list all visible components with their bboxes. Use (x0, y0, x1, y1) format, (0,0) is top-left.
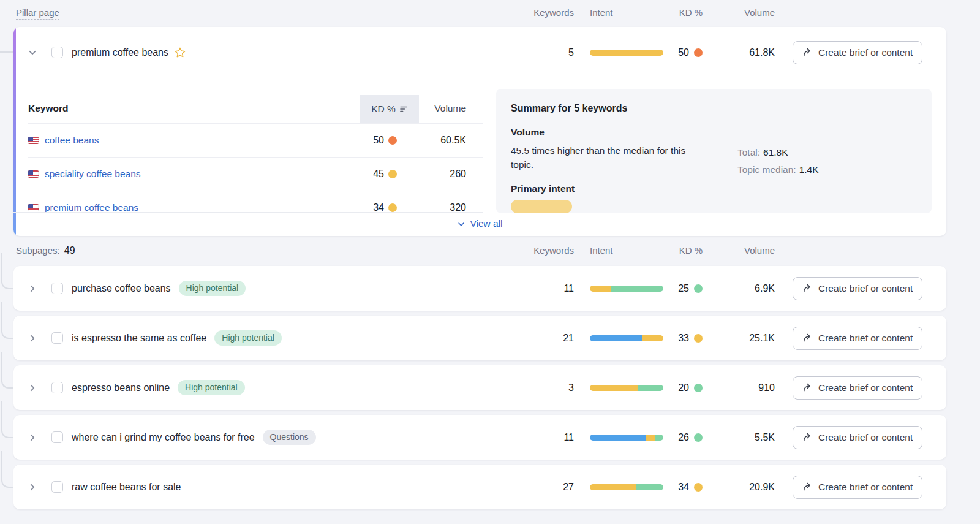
column-keywords: Keywords (525, 245, 574, 256)
subpage-checkbox[interactable] (51, 283, 63, 294)
subpage-checkbox[interactable] (51, 332, 63, 344)
subpage-keywords-count: 3 (525, 382, 574, 393)
keyword-strategy-page: Pillar page Keywords Intent KD % Volume … (0, 0, 980, 524)
kd-dot (388, 136, 397, 145)
create-brief-label: Create brief or content (818, 283, 913, 294)
pillar-kd-cell: 50 (637, 47, 703, 58)
subpage-title: where can i grind my coffee beans for fr… (72, 432, 255, 443)
subpage-title: is espresso the same as coffee (72, 333, 206, 344)
column-volume: Volume (704, 7, 775, 18)
tree-connector (1, 401, 13, 438)
total-value: 61.8K (763, 147, 788, 158)
kd-dot (694, 384, 703, 392)
create-brief-button[interactable]: Create brief or content (793, 476, 922, 499)
kd-value: 50 (678, 47, 689, 58)
tree-connector (1, 253, 13, 289)
keyword-table: Keyword KD % Volume coffee beans 50 60.5… (28, 95, 483, 212)
kd-value: 25 (678, 283, 689, 294)
create-brief-label: Create brief or content (818, 382, 913, 393)
subpage-volume: 5.5K (704, 432, 775, 443)
kd-dot (694, 334, 703, 343)
keyword-link[interactable]: coffee beans (28, 135, 99, 146)
keyword-text: speciality coffee beans (45, 169, 141, 180)
subpage-keywords-count: 11 (525, 432, 574, 443)
primary-intent-badge (511, 200, 572, 213)
create-brief-label: Create brief or content (818, 482, 913, 493)
kd-dot (388, 170, 397, 178)
create-brief-button[interactable]: Create brief or content (793, 327, 922, 350)
pillar-volume: 61.8K (704, 47, 775, 58)
view-all-link[interactable]: View all (470, 218, 502, 230)
subpage-row: where can i grind my coffee beans for fr… (13, 415, 946, 460)
subpage-keywords-count: 11 (525, 283, 574, 294)
subpage-checkbox[interactable] (51, 481, 63, 493)
summary-stats: Total:61.8K Topic median:1.4K (737, 147, 819, 175)
expand-chevron-right-icon[interactable] (27, 432, 38, 443)
expand-chevron-right-icon[interactable] (27, 283, 38, 294)
pillar-checkbox[interactable] (51, 47, 63, 58)
keyword-table-row: premium coffee beans 34 320 (28, 191, 483, 212)
forward-arrow-icon (802, 482, 813, 492)
kd-dot (694, 284, 703, 293)
summary-title: Summary for 5 keywords (511, 103, 917, 114)
column-kd: KD % (637, 245, 703, 256)
forward-arrow-icon (802, 283, 813, 294)
keyword-text: coffee beans (45, 135, 99, 146)
keyword-kd-cell: 50 (334, 135, 397, 146)
subpage-kd-cell: 26 (637, 432, 703, 443)
column-kd: KD % (637, 7, 703, 18)
collapse-chevron-down-icon[interactable] (27, 47, 38, 58)
keyword-text: premium coffee beans (45, 202, 138, 212)
potential-badge: Questions (263, 430, 316, 445)
kd-dot (388, 203, 397, 212)
header-volume: Volume (423, 103, 466, 114)
summary-volume-note: 45.5 times higher than the median for th… (511, 143, 698, 172)
create-brief-button[interactable]: Create brief or content (793, 376, 922, 400)
subpage-checkbox[interactable] (51, 431, 63, 443)
subpage-volume: 20.9K (704, 482, 775, 493)
create-brief-button[interactable]: Create brief or content (793, 426, 922, 449)
expand-chevron-right-icon[interactable] (27, 333, 38, 344)
intent-segment-yellow (590, 286, 611, 292)
create-brief-button[interactable]: Create brief or content (793, 41, 922, 64)
forward-arrow-icon (802, 432, 813, 442)
subpage-row: raw coffee beans for sale 27 34 20.9K Cr… (13, 465, 946, 509)
forward-arrow-icon (802, 382, 813, 393)
column-volume: Volume (704, 245, 775, 256)
star-icon[interactable] (174, 47, 186, 59)
tree-connector (1, 352, 13, 389)
create-brief-button[interactable]: Create brief or content (793, 277, 922, 300)
expand-chevron-right-icon[interactable] (27, 482, 38, 493)
view-all-row: View all (13, 213, 946, 236)
kd-value: 26 (678, 432, 689, 443)
expand-chevron-right-icon[interactable] (27, 382, 38, 393)
subpage-checkbox[interactable] (51, 382, 63, 393)
intent-segment-yellow (590, 385, 638, 391)
forward-arrow-icon (802, 47, 813, 58)
us-flag-icon (28, 170, 39, 178)
intent-segment-blue (590, 335, 642, 341)
keyword-link[interactable]: speciality coffee beans (28, 169, 141, 180)
median-value: 1.4K (799, 164, 819, 175)
subpage-kd-cell: 33 (637, 333, 703, 344)
create-brief-label: Create brief or content (818, 333, 913, 344)
keyword-link[interactable]: premium coffee beans (28, 202, 138, 212)
subpage-row: is espresso the same as coffee High pote… (13, 316, 946, 360)
subpage-volume: 910 (704, 382, 775, 393)
pillar-tree-connector (0, 51, 13, 53)
potential-badge: High potential (214, 330, 282, 346)
header-keyword: Keyword (28, 103, 68, 114)
subpages-list: purchase coffee beans High potential 11 … (13, 266, 946, 509)
keyword-volume: 260 (414, 169, 466, 180)
header-kd-sort[interactable]: KD % (360, 95, 419, 123)
kd-dot (694, 48, 703, 57)
column-intent: Intent (590, 7, 613, 18)
subpage-volume: 25.1K (704, 333, 775, 344)
intent-segment-yellow (590, 484, 636, 490)
kd-value: 20 (678, 382, 689, 393)
summary-total: Total:61.8K (737, 147, 819, 158)
kd-dot (694, 433, 703, 442)
subpage-volume: 6.9K (704, 283, 775, 294)
keyword-table-row: coffee beans 50 60.5K (28, 123, 483, 157)
subpage-title: purchase coffee beans (72, 283, 171, 294)
